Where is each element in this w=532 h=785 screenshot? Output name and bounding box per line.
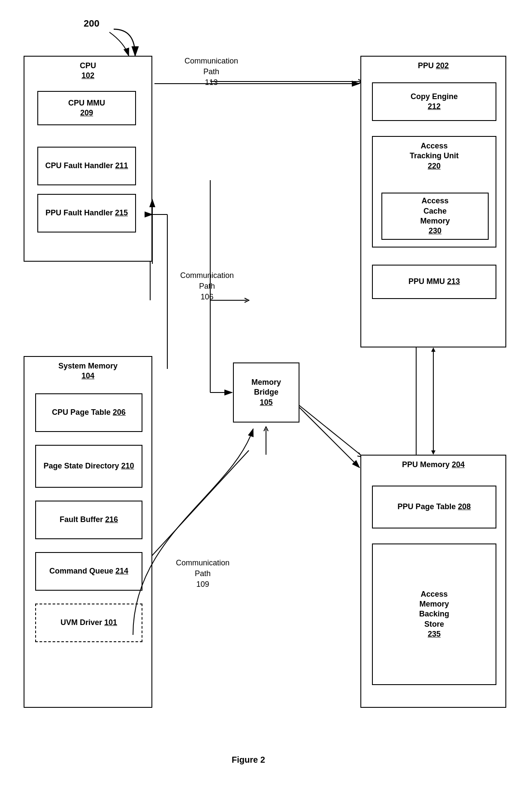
access-tracking-unit-label: AccessTracking Unit220 xyxy=(410,141,459,171)
ppu-memory-outer-box: PPU Memory 204 PPU Page Table 208 Access… xyxy=(360,455,506,708)
copy-engine-box: Copy Engine 212 xyxy=(372,82,496,121)
comm-path-106-label: CommunicationPath106 xyxy=(180,270,234,303)
fault-buffer-label: Fault Buffer 216 xyxy=(60,515,118,525)
figure-label: Figure 2 xyxy=(232,755,265,765)
access-memory-backing-store-box: AccessMemoryBackingStore235 xyxy=(372,543,496,685)
ppu-mmu-label: PPU MMU 213 xyxy=(408,277,460,287)
svg-line-17 xyxy=(299,408,360,468)
comm-path-113-label: CommunicationPath113 xyxy=(184,56,238,88)
cpu-mmu-label: CPU MMU xyxy=(68,98,105,108)
access-cache-memory-label: AccessCacheMemory230 xyxy=(420,196,450,236)
access-memory-backing-store-label: AccessMemoryBackingStore235 xyxy=(419,589,449,640)
diagram-container: 200 xyxy=(0,0,532,785)
fault-buffer-box: Fault Buffer 216 xyxy=(35,501,142,539)
svg-marker-19 xyxy=(431,347,435,352)
ppu-outer-box: PPU 202 Copy Engine 212 AccessTracking U… xyxy=(360,56,506,347)
uvm-driver-box: UVM Driver 101 xyxy=(35,604,142,642)
system-memory-outer-box: System Memory 104 CPU Page Table 206 Pag… xyxy=(24,356,152,708)
ppu-page-table-box: PPU Page Table 208 xyxy=(372,486,496,528)
ppu-fault-handler-box: PPU Fault Handler 215 xyxy=(37,194,136,232)
svg-line-7 xyxy=(150,450,249,558)
cpu-fault-handler-label: CPU Fault Handler 211 xyxy=(45,161,128,171)
access-tracking-unit-box: AccessTracking Unit220 AccessCacheMemory… xyxy=(372,136,496,248)
ppu-fault-handler-label: PPU Fault Handler 215 xyxy=(45,208,128,218)
memory-bridge-box: MemoryBridge 105 xyxy=(233,362,299,423)
uvm-driver-label: UVM Driver 101 xyxy=(60,618,117,628)
page-state-directory-label: Page State Directory 210 xyxy=(43,461,134,471)
cpu-outer-box: CPU 102 CPU MMU 209 CPU Fault Handler 21… xyxy=(24,56,152,262)
command-queue-box: Command Queue 214 xyxy=(35,552,142,591)
ppu-mmu-box: PPU MMU 213 xyxy=(372,265,496,299)
cpu-ref: 102 xyxy=(80,71,96,81)
cpu-label: CPU xyxy=(80,61,96,71)
ppu-memory-label: PPU Memory 204 xyxy=(402,460,465,469)
memory-bridge-ref: 105 xyxy=(260,398,272,408)
cpu-mmu-ref: 209 xyxy=(80,108,93,118)
comm-path-109-label: CommunicationPath109 xyxy=(176,558,230,590)
system-memory-ref: 104 xyxy=(58,371,118,381)
page-state-directory-box: Page State Directory 210 xyxy=(35,445,142,488)
cpu-page-table-box: CPU Page Table 206 xyxy=(35,393,142,432)
command-queue-label: Command Queue 214 xyxy=(49,566,128,576)
copy-engine-label: Copy Engine xyxy=(411,92,458,102)
cpu-fault-handler-box: CPU Fault Handler 211 xyxy=(37,147,136,185)
copy-engine-ref: 212 xyxy=(428,102,441,112)
access-cache-memory-box: AccessCacheMemory230 xyxy=(381,193,489,240)
memory-bridge-label: MemoryBridge xyxy=(251,377,281,398)
ppu-page-table-label: PPU Page Table 208 xyxy=(398,502,471,512)
svg-line-4 xyxy=(294,401,360,455)
system-memory-label: System Memory xyxy=(58,361,118,371)
cpu-mmu-box: CPU MMU 209 xyxy=(37,91,136,125)
diagram-number: 200 xyxy=(84,18,100,29)
svg-marker-20 xyxy=(431,450,435,455)
ppu-label: PPU 202 xyxy=(418,61,449,70)
cpu-page-table-label: CPU Page Table 206 xyxy=(52,408,126,417)
